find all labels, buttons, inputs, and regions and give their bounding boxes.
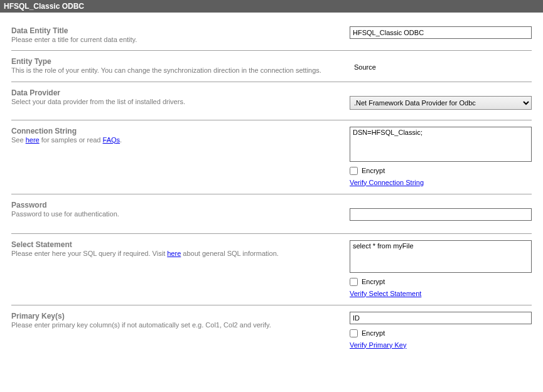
label-data-provider: Data Provider (11, 88, 337, 97)
label-data-entity-title: Data Entity Title (11, 26, 337, 35)
section-entity-type: Entity Type This is the role of your ent… (11, 51, 532, 82)
label-select-encrypt: Encrypt (362, 278, 385, 285)
section-data-entity-title: Data Entity Title Please enter a title f… (11, 20, 532, 51)
section-primary-key: Primary Key(s) Please enter primary key … (11, 305, 532, 355)
link-select-here[interactable]: here (167, 250, 181, 257)
link-conn-here[interactable]: here (26, 136, 40, 144)
label-select-statement: Select Statement (11, 240, 337, 249)
section-select-statement: Select Statement Please enter here your … (11, 234, 532, 305)
desc-password: Password to use for authentication. (11, 209, 337, 218)
textarea-connection-string[interactable]: DSN=HFSQL_Classic; (350, 127, 532, 162)
input-password[interactable] (350, 208, 532, 221)
section-connection-string: Connection String See here for samples o… (11, 120, 532, 194)
desc-primary-key: Please enter primary key column(s) if no… (11, 320, 337, 329)
desc-select-statement: Please enter here your SQL query if requ… (11, 249, 337, 258)
label-conn-encrypt: Encrypt (362, 167, 385, 174)
input-primary-key[interactable] (350, 312, 532, 324)
desc-data-provider: Select your data provider from the list … (11, 97, 337, 106)
content-area: Data Entity Title Please enter a title f… (0, 13, 543, 355)
section-password: Password Password to use for authenticat… (11, 194, 532, 234)
desc-connection-string: See here for samples or read FAQs. (11, 135, 337, 144)
desc-data-entity-title: Please enter a title for current data en… (11, 35, 337, 44)
link-verify-primary-key[interactable]: Verify Primary Key (350, 341, 406, 349)
select-data-provider[interactable]: .Net Framework Data Provider for Odbc (350, 96, 532, 110)
label-entity-type: Entity Type (11, 57, 338, 66)
link-verify-select-statement[interactable]: Verify Select Statement (350, 290, 421, 297)
window-title: HFSQL_Classic ODBC (4, 2, 84, 11)
value-entity-type: Source (350, 57, 532, 71)
label-primary-key: Primary Key(s) (11, 312, 337, 320)
window-titlebar: HFSQL_Classic ODBC (0, 0, 543, 13)
textarea-select-statement[interactable]: select * from myFile (350, 240, 532, 273)
link-conn-faqs[interactable]: FAQs (103, 136, 121, 144)
label-password: Password (11, 201, 337, 209)
checkbox-pk-encrypt[interactable] (350, 329, 358, 337)
label-connection-string: Connection String (11, 127, 337, 135)
input-data-entity-title[interactable] (350, 26, 532, 39)
checkbox-select-encrypt[interactable] (350, 278, 358, 286)
link-verify-connection-string[interactable]: Verify Connection String (350, 179, 424, 186)
desc-entity-type: This is the role of your entity. You can… (11, 66, 338, 75)
label-pk-encrypt: Encrypt (362, 329, 385, 337)
checkbox-conn-encrypt[interactable] (350, 167, 358, 175)
section-data-provider: Data Provider Select your data provider … (11, 82, 532, 120)
